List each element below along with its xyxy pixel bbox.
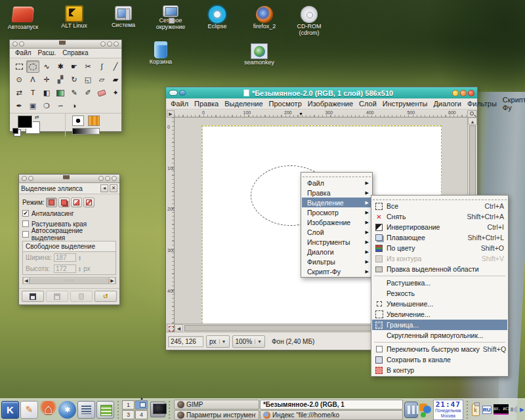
gradient-swatch[interactable] xyxy=(72,128,100,135)
selection-mode-add[interactable] xyxy=(58,198,70,207)
panel-icon-monitor[interactable] xyxy=(150,402,165,417)
delete-options-button[interactable] xyxy=(70,291,93,302)
pager-desktop-4[interactable]: 4 xyxy=(135,410,148,419)
tool-paths[interactable]: ∫ xyxy=(95,60,108,73)
tool-fuzzy-select[interactable]: ✱ xyxy=(54,60,67,73)
horizontal-ruler[interactable]: ▼ 0100200300400500600 xyxy=(175,110,467,117)
context-menu-item[interactable]: Файл▶ xyxy=(302,178,371,188)
selection-mode-intersect[interactable] xyxy=(83,198,94,207)
tool-bucket-fill[interactable]: ◧ xyxy=(40,87,53,99)
tool-scale[interactable]: ◱ xyxy=(81,74,94,86)
panel-icon-blue-tools[interactable] xyxy=(404,402,418,418)
context-menu-item[interactable]: Изображение▶ xyxy=(302,217,371,227)
desktop-icon-cdrom[interactable]: CD-ROM (cdrom) xyxy=(287,5,331,37)
pager-desktop-1[interactable]: 1 xyxy=(122,400,135,410)
canvas-menu-button[interactable]: ▶ xyxy=(167,110,175,117)
tool-blur[interactable]: ❍ xyxy=(40,100,53,112)
tool-perspective[interactable]: ▰ xyxy=(109,74,122,86)
submenu-item[interactable]: Резкость xyxy=(372,288,507,299)
submenu-item[interactable]: Переключить быструю маскуShift+Q xyxy=(372,344,507,354)
tool-move[interactable]: ✛ xyxy=(40,74,53,86)
dock-arrow-button[interactable]: ◂ xyxy=(100,184,108,192)
menubar-item[interactable]: Выделение xyxy=(224,100,262,108)
menubar-item[interactable]: Скрипт-Фу xyxy=(503,96,525,112)
submenu-item[interactable]: ВсеCtrl+A xyxy=(372,201,507,211)
menubar-item[interactable]: Диалоги xyxy=(433,100,461,108)
width-input[interactable]: 187 xyxy=(54,253,76,262)
submenu-item[interactable]: ПлавающееShift+Ctrl+L xyxy=(372,232,507,243)
toolbox-menu-item[interactable]: Расш. xyxy=(38,49,56,57)
vertical-ruler[interactable]: 0100200300400 xyxy=(167,117,175,324)
maximize-button[interactable] xyxy=(460,90,467,96)
desktop-icon-network[interactable]: Сетевое окружение xyxy=(149,4,192,31)
tool-clone[interactable]: ▣ xyxy=(26,100,39,112)
tool-rect-select[interactable] xyxy=(12,60,26,73)
context-menu-item[interactable]: Скрипт-Фу▶ xyxy=(302,266,371,276)
brush-swatch[interactable] xyxy=(72,116,84,126)
panel-hide-arrow-icon[interactable]: ▶ xyxy=(520,406,524,413)
restore-options-button[interactable] xyxy=(46,291,68,302)
submenu-item[interactable]: Сохранить в канале xyxy=(372,354,507,365)
pager-desktop-3[interactable]: 3 xyxy=(122,410,135,419)
height-input[interactable]: 172 xyxy=(54,264,76,273)
reset-options-button[interactable]: ↺ xyxy=(94,291,117,302)
window-sticky-button[interactable] xyxy=(19,41,24,47)
panel-separator[interactable] xyxy=(116,401,119,419)
height-spinner[interactable]: ▲▼ xyxy=(78,266,81,272)
tearoff-handle[interactable] xyxy=(373,196,507,200)
context-menu-item[interactable]: Выделение▶ xyxy=(302,198,371,207)
close-tab-button[interactable]: ✕ xyxy=(110,184,117,192)
tool-airbrush[interactable]: ✦ xyxy=(109,87,122,99)
minimize-button[interactable] xyxy=(98,176,104,181)
selection-mode-replace[interactable] xyxy=(46,198,57,207)
checkbox[interactable] xyxy=(22,220,29,227)
submenu-item[interactable]: В контур xyxy=(372,365,507,375)
tool-crop[interactable]: ▞ xyxy=(54,74,67,86)
zoom-combo[interactable]: 100% ▼ xyxy=(232,335,266,348)
tearoff-handle[interactable] xyxy=(303,173,371,177)
tool-scissors[interactable]: ✂ xyxy=(81,60,94,73)
submenu-item[interactable]: ИнвертированиеCtrl+I xyxy=(372,222,507,232)
desktop-icon-folder-red[interactable]: Автозапуск xyxy=(1,4,45,30)
scroll-left-icon[interactable]: ◀ xyxy=(175,324,183,331)
tool-text[interactable]: T xyxy=(26,87,39,99)
tool-shear[interactable]: ▱ xyxy=(95,74,108,86)
desktop-icon-computer[interactable]: Система xyxy=(102,4,145,28)
pager-desktop-2[interactable]: 2 xyxy=(135,400,148,410)
menubar-item[interactable]: Просмотр xyxy=(269,100,302,108)
keyboard-layout-indicator[interactable]: RU xyxy=(482,406,492,414)
tool-eraser[interactable] xyxy=(95,87,108,99)
desktop-icon-altlinux[interactable]: ALT Linux xyxy=(52,4,96,29)
menubar-item[interactable]: Изображение xyxy=(308,100,353,108)
taskbar-task[interactable]: GIMP xyxy=(174,400,259,410)
klipper-tray-icon[interactable]: k xyxy=(472,404,480,416)
swap-colors-icon[interactable]: ⇄ xyxy=(35,114,39,120)
taskbar-task[interactable]: Параметры инструменто xyxy=(174,410,259,420)
menubar-item[interactable]: Слой xyxy=(359,100,377,108)
window-menu-button[interactable] xyxy=(169,90,178,96)
window-sticky-button[interactable] xyxy=(28,176,33,181)
panel-separator[interactable] xyxy=(168,401,171,419)
home-launcher[interactable]: ⌂ xyxy=(39,401,57,419)
close-button[interactable] xyxy=(114,41,119,47)
save-options-button[interactable] xyxy=(22,291,44,302)
context-menu-item[interactable]: Просмотр▶ xyxy=(302,207,371,217)
unit-combo[interactable]: px ▼ xyxy=(206,335,230,348)
pattern-swatch[interactable] xyxy=(88,116,100,126)
toolbox-menu-item[interactable]: Файл xyxy=(15,49,32,57)
kmenu-launcher[interactable]: K xyxy=(1,401,19,419)
context-menu-item[interactable]: Правка▶ xyxy=(302,188,371,198)
taskbar-task[interactable]: Индекс "file:///home/ko xyxy=(260,410,403,420)
konqueror-launcher[interactable]: ✱ xyxy=(58,401,76,419)
checkbox[interactable]: ✔ xyxy=(22,210,29,217)
submenu-item[interactable]: Увеличение... xyxy=(372,309,507,320)
tool-gradient[interactable] xyxy=(54,87,67,99)
submenu-item[interactable]: Правка выделенной области xyxy=(372,264,507,274)
tool-free-select[interactable]: ∿ xyxy=(40,60,53,73)
tool-ellipse-select[interactable] xyxy=(26,60,39,73)
submenu-item[interactable]: Уменьшение... xyxy=(372,299,507,309)
desktop-icon-firefox[interactable]: firefox_2 xyxy=(243,5,286,30)
desktop-icon-trash[interactable]: Корзина xyxy=(139,41,182,65)
tool-ink[interactable]: ✒ xyxy=(12,100,26,112)
zoom-follow-button[interactable] xyxy=(467,110,477,117)
